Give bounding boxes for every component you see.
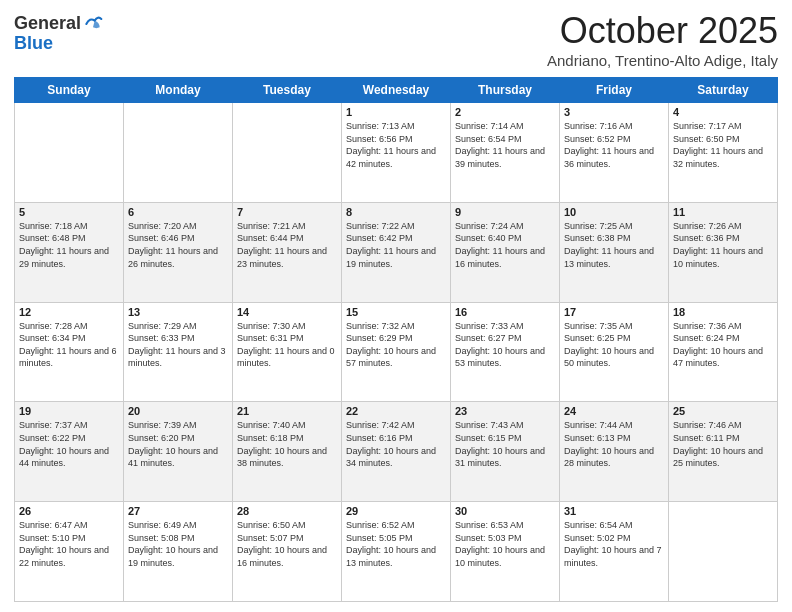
day-number: 7 bbox=[237, 206, 337, 218]
day-number: 23 bbox=[455, 405, 555, 417]
table-row: 18 Sunrise: 7:36 AMSunset: 6:24 PMDaylig… bbox=[669, 302, 778, 402]
table-row: 19 Sunrise: 7:37 AMSunset: 6:22 PMDaylig… bbox=[15, 402, 124, 502]
calendar-table: Sunday Monday Tuesday Wednesday Thursday… bbox=[14, 77, 778, 602]
day-info: Sunrise: 6:53 AMSunset: 5:03 PMDaylight:… bbox=[455, 520, 545, 568]
day-info: Sunrise: 7:29 AMSunset: 6:33 PMDaylight:… bbox=[128, 321, 226, 369]
day-info: Sunrise: 7:21 AMSunset: 6:44 PMDaylight:… bbox=[237, 221, 327, 269]
day-number: 13 bbox=[128, 306, 228, 318]
day-number: 6 bbox=[128, 206, 228, 218]
table-row: 11 Sunrise: 7:26 AMSunset: 6:36 PMDaylig… bbox=[669, 202, 778, 302]
day-info: Sunrise: 7:17 AMSunset: 6:50 PMDaylight:… bbox=[673, 121, 763, 169]
table-row: 16 Sunrise: 7:33 AMSunset: 6:27 PMDaylig… bbox=[451, 302, 560, 402]
table-row: 27 Sunrise: 6:49 AMSunset: 5:08 PMDaylig… bbox=[124, 502, 233, 602]
page: General Blue October 2025 Andriano, Tren… bbox=[0, 0, 792, 612]
day-info: Sunrise: 6:54 AMSunset: 5:02 PMDaylight:… bbox=[564, 520, 662, 568]
day-info: Sunrise: 7:16 AMSunset: 6:52 PMDaylight:… bbox=[564, 121, 654, 169]
day-info: Sunrise: 7:37 AMSunset: 6:22 PMDaylight:… bbox=[19, 420, 109, 468]
day-number: 17 bbox=[564, 306, 664, 318]
table-row: 12 Sunrise: 7:28 AMSunset: 6:34 PMDaylig… bbox=[15, 302, 124, 402]
table-row: 28 Sunrise: 6:50 AMSunset: 5:07 PMDaylig… bbox=[233, 502, 342, 602]
day-number: 25 bbox=[673, 405, 773, 417]
day-number: 5 bbox=[19, 206, 119, 218]
day-info: Sunrise: 7:35 AMSunset: 6:25 PMDaylight:… bbox=[564, 321, 654, 369]
calendar-week-row: 12 Sunrise: 7:28 AMSunset: 6:34 PMDaylig… bbox=[15, 302, 778, 402]
day-number: 21 bbox=[237, 405, 337, 417]
day-info: Sunrise: 7:44 AMSunset: 6:13 PMDaylight:… bbox=[564, 420, 654, 468]
table-row: 13 Sunrise: 7:29 AMSunset: 6:33 PMDaylig… bbox=[124, 302, 233, 402]
table-row: 7 Sunrise: 7:21 AMSunset: 6:44 PMDayligh… bbox=[233, 202, 342, 302]
day-info: Sunrise: 7:39 AMSunset: 6:20 PMDaylight:… bbox=[128, 420, 218, 468]
day-number: 16 bbox=[455, 306, 555, 318]
day-number: 12 bbox=[19, 306, 119, 318]
day-info: Sunrise: 6:49 AMSunset: 5:08 PMDaylight:… bbox=[128, 520, 218, 568]
table-row: 17 Sunrise: 7:35 AMSunset: 6:25 PMDaylig… bbox=[560, 302, 669, 402]
day-info: Sunrise: 7:32 AMSunset: 6:29 PMDaylight:… bbox=[346, 321, 436, 369]
day-number: 15 bbox=[346, 306, 446, 318]
day-number: 24 bbox=[564, 405, 664, 417]
table-row: 30 Sunrise: 6:53 AMSunset: 5:03 PMDaylig… bbox=[451, 502, 560, 602]
header: General Blue October 2025 Andriano, Tren… bbox=[14, 10, 778, 69]
table-row: 31 Sunrise: 6:54 AMSunset: 5:02 PMDaylig… bbox=[560, 502, 669, 602]
day-info: Sunrise: 7:18 AMSunset: 6:48 PMDaylight:… bbox=[19, 221, 109, 269]
day-info: Sunrise: 7:43 AMSunset: 6:15 PMDaylight:… bbox=[455, 420, 545, 468]
table-row: 10 Sunrise: 7:25 AMSunset: 6:38 PMDaylig… bbox=[560, 202, 669, 302]
calendar-week-row: 26 Sunrise: 6:47 AMSunset: 5:10 PMDaylig… bbox=[15, 502, 778, 602]
day-info: Sunrise: 7:25 AMSunset: 6:38 PMDaylight:… bbox=[564, 221, 654, 269]
table-row: 1 Sunrise: 7:13 AMSunset: 6:56 PMDayligh… bbox=[342, 103, 451, 203]
table-row: 21 Sunrise: 7:40 AMSunset: 6:18 PMDaylig… bbox=[233, 402, 342, 502]
day-number: 3 bbox=[564, 106, 664, 118]
day-number: 8 bbox=[346, 206, 446, 218]
day-number: 11 bbox=[673, 206, 773, 218]
table-row: 6 Sunrise: 7:20 AMSunset: 6:46 PMDayligh… bbox=[124, 202, 233, 302]
day-number: 30 bbox=[455, 505, 555, 517]
col-wednesday: Wednesday bbox=[342, 78, 451, 103]
day-number: 1 bbox=[346, 106, 446, 118]
table-row: 24 Sunrise: 7:44 AMSunset: 6:13 PMDaylig… bbox=[560, 402, 669, 502]
day-info: Sunrise: 7:24 AMSunset: 6:40 PMDaylight:… bbox=[455, 221, 545, 269]
table-row: 5 Sunrise: 7:18 AMSunset: 6:48 PMDayligh… bbox=[15, 202, 124, 302]
table-row: 14 Sunrise: 7:30 AMSunset: 6:31 PMDaylig… bbox=[233, 302, 342, 402]
day-number: 20 bbox=[128, 405, 228, 417]
table-row bbox=[124, 103, 233, 203]
col-friday: Friday bbox=[560, 78, 669, 103]
table-row: 25 Sunrise: 7:46 AMSunset: 6:11 PMDaylig… bbox=[669, 402, 778, 502]
day-number: 29 bbox=[346, 505, 446, 517]
day-info: Sunrise: 7:36 AMSunset: 6:24 PMDaylight:… bbox=[673, 321, 763, 369]
day-info: Sunrise: 7:46 AMSunset: 6:11 PMDaylight:… bbox=[673, 420, 763, 468]
day-number: 9 bbox=[455, 206, 555, 218]
table-row: 29 Sunrise: 6:52 AMSunset: 5:05 PMDaylig… bbox=[342, 502, 451, 602]
day-number: 14 bbox=[237, 306, 337, 318]
col-thursday: Thursday bbox=[451, 78, 560, 103]
day-number: 2 bbox=[455, 106, 555, 118]
table-row: 9 Sunrise: 7:24 AMSunset: 6:40 PMDayligh… bbox=[451, 202, 560, 302]
col-sunday: Sunday bbox=[15, 78, 124, 103]
day-info: Sunrise: 7:26 AMSunset: 6:36 PMDaylight:… bbox=[673, 221, 763, 269]
day-info: Sunrise: 7:20 AMSunset: 6:46 PMDaylight:… bbox=[128, 221, 218, 269]
table-row bbox=[15, 103, 124, 203]
day-info: Sunrise: 7:22 AMSunset: 6:42 PMDaylight:… bbox=[346, 221, 436, 269]
table-row bbox=[669, 502, 778, 602]
day-info: Sunrise: 6:47 AMSunset: 5:10 PMDaylight:… bbox=[19, 520, 109, 568]
logo-icon bbox=[83, 14, 103, 34]
day-number: 22 bbox=[346, 405, 446, 417]
day-info: Sunrise: 7:33 AMSunset: 6:27 PMDaylight:… bbox=[455, 321, 545, 369]
day-info: Sunrise: 7:40 AMSunset: 6:18 PMDaylight:… bbox=[237, 420, 327, 468]
day-info: Sunrise: 6:52 AMSunset: 5:05 PMDaylight:… bbox=[346, 520, 436, 568]
day-info: Sunrise: 7:30 AMSunset: 6:31 PMDaylight:… bbox=[237, 321, 335, 369]
day-number: 28 bbox=[237, 505, 337, 517]
logo: General Blue bbox=[14, 14, 103, 54]
col-tuesday: Tuesday bbox=[233, 78, 342, 103]
table-row: 26 Sunrise: 6:47 AMSunset: 5:10 PMDaylig… bbox=[15, 502, 124, 602]
col-saturday: Saturday bbox=[669, 78, 778, 103]
table-row: 22 Sunrise: 7:42 AMSunset: 6:16 PMDaylig… bbox=[342, 402, 451, 502]
calendar-week-row: 1 Sunrise: 7:13 AMSunset: 6:56 PMDayligh… bbox=[15, 103, 778, 203]
table-row: 4 Sunrise: 7:17 AMSunset: 6:50 PMDayligh… bbox=[669, 103, 778, 203]
table-row: 8 Sunrise: 7:22 AMSunset: 6:42 PMDayligh… bbox=[342, 202, 451, 302]
day-info: Sunrise: 7:14 AMSunset: 6:54 PMDaylight:… bbox=[455, 121, 545, 169]
calendar-header-row: Sunday Monday Tuesday Wednesday Thursday… bbox=[15, 78, 778, 103]
table-row: 23 Sunrise: 7:43 AMSunset: 6:15 PMDaylig… bbox=[451, 402, 560, 502]
day-info: Sunrise: 7:28 AMSunset: 6:34 PMDaylight:… bbox=[19, 321, 117, 369]
table-row: 20 Sunrise: 7:39 AMSunset: 6:20 PMDaylig… bbox=[124, 402, 233, 502]
day-number: 4 bbox=[673, 106, 773, 118]
day-info: Sunrise: 6:50 AMSunset: 5:07 PMDaylight:… bbox=[237, 520, 327, 568]
